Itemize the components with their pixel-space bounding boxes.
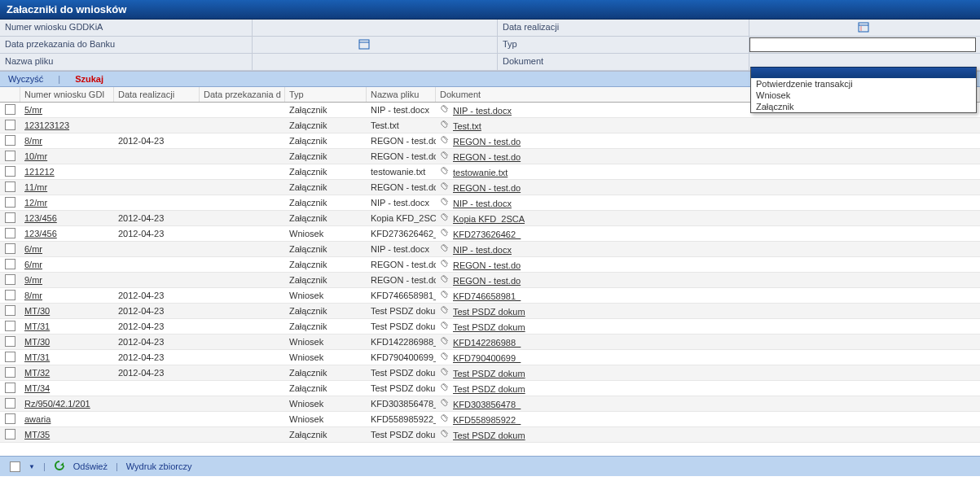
row-checkbox[interactable] <box>0 226 20 242</box>
row-doc[interactable]: REGON - test.do <box>436 133 980 148</box>
row-checkbox[interactable] <box>0 273 20 288</box>
row-checkbox[interactable] <box>0 396 20 412</box>
row-num[interactable]: 123/456 <box>20 227 114 240</box>
row-doc[interactable]: Test.txt <box>436 118 980 133</box>
refresh-button[interactable]: Odśwież <box>73 461 108 471</box>
row-num[interactable]: 123/456 <box>20 212 114 225</box>
row-doc[interactable]: KFD142286988_ <box>436 335 980 349</box>
row-checkbox[interactable] <box>0 133 20 149</box>
row-checkbox[interactable] <box>0 335 20 350</box>
row-doc[interactable]: KFD303856478_ <box>436 396 980 411</box>
row-doc[interactable]: KFD790400699_ <box>436 350 980 365</box>
table-row[interactable]: MT/302012-04-23ZałącznikTest PSDZ dokume… <box>0 304 980 319</box>
row-checkbox[interactable] <box>0 350 20 365</box>
calendar-icon[interactable] <box>358 38 370 52</box>
row-num[interactable]: MT/31 <box>20 351 114 364</box>
row-num[interactable]: 10/mr <box>20 150 114 163</box>
row-num[interactable]: awaria <box>20 413 114 426</box>
typ-dropdown[interactable]: Potwierdzenie transakcji Wniosek Załączn… <box>750 67 977 113</box>
row-doc[interactable]: Test PSDZ dokum <box>436 365 980 380</box>
row-num[interactable]: Rz/950/42.1/201 <box>20 397 114 410</box>
typ-option-zalacznik[interactable]: Załącznik <box>751 101 976 112</box>
row-num[interactable]: 12/mr <box>20 196 114 209</box>
row-checkbox[interactable] <box>0 195 20 211</box>
table-row[interactable]: 6/mrZałącznikNIP - test.docxNIP - test.d… <box>0 242 980 257</box>
menu-dropdown-icon[interactable]: ▼ <box>29 463 35 470</box>
row-num[interactable]: 8/mr <box>20 134 114 147</box>
row-checkbox[interactable] <box>0 164 20 180</box>
row-num[interactable]: MT/31 <box>20 320 114 333</box>
row-doc[interactable]: Test PSDZ dokum <box>436 427 980 442</box>
row-checkbox[interactable] <box>0 443 20 445</box>
col-num[interactable]: Numer wniosku GDI <box>20 87 114 102</box>
col-date2[interactable]: Data przekazania d <box>200 87 285 102</box>
table-row[interactable]: 123/4562012-04-23ZałącznikKopia KFD_2SCA… <box>0 211 980 226</box>
row-checkbox[interactable] <box>0 180 20 195</box>
filter-filename-field[interactable] <box>253 54 497 70</box>
filter-bankdate-field[interactable] <box>253 37 497 53</box>
calendar-icon[interactable] <box>858 21 869 35</box>
row-doc[interactable]: NIP - test.docx <box>436 242 980 256</box>
row-doc[interactable]: testowanie.txt <box>436 164 980 179</box>
table-row[interactable]: 8/mr2012-04-23ZałącznikREGON - test.docx… <box>0 133 980 149</box>
row-checkbox[interactable] <box>0 211 20 226</box>
typ-dropdown-selected-blank[interactable] <box>751 68 976 78</box>
row-doc[interactable]: REGON - test.do <box>436 180 980 195</box>
row-doc[interactable]: Kopia KFD_2SCA <box>436 211 980 225</box>
row-checkbox[interactable] <box>0 365 20 381</box>
table-row[interactable]: MT/322012-04-23WniosekKFD228027668_WniKF… <box>0 443 980 444</box>
row-num[interactable]: MT/34 <box>20 382 114 395</box>
filter-typ-field[interactable] <box>749 37 980 53</box>
row-num[interactable]: 123123123 <box>20 119 114 132</box>
row-checkbox[interactable] <box>0 257 20 273</box>
table-row[interactable]: MT/302012-04-23WniosekKFD142286988_WniKF… <box>0 335 980 350</box>
table-row[interactable]: 12/mrZałącznikNIP - test.docxNIP - test.… <box>0 195 980 211</box>
row-num[interactable]: 11/mr <box>20 181 114 194</box>
table-row[interactable]: MT/34ZałącznikTest PSDZ dokumentTest PSD… <box>0 381 980 396</box>
row-checkbox[interactable] <box>0 427 20 443</box>
row-num[interactable]: 8/mr <box>20 289 114 302</box>
row-checkbox[interactable] <box>0 149 20 164</box>
row-checkbox[interactable] <box>0 288 20 304</box>
row-num[interactable]: 5/mr <box>20 103 114 116</box>
row-doc[interactable]: KFD228027668_ <box>436 443 980 444</box>
row-num[interactable]: MT/35 <box>20 428 114 441</box>
row-doc[interactable]: Test PSDZ dokum <box>436 304 980 318</box>
col-typ[interactable]: Typ <box>285 87 367 102</box>
row-num[interactable]: MT/30 <box>20 304 114 317</box>
table-row[interactable]: awariaWniosekKFD558985922_WniKFD55898592… <box>0 412 980 427</box>
row-checkbox[interactable] <box>0 103 20 118</box>
table-row[interactable]: MT/322012-04-23ZałącznikTest PSDZ dokume… <box>0 365 980 381</box>
row-doc[interactable]: KFD273626462_ <box>436 226 980 241</box>
table-row[interactable]: 6/mrZałącznikREGON - test.docxREGON - te… <box>0 257 980 273</box>
filter-date-field[interactable] <box>749 20 980 36</box>
search-button[interactable]: Szukaj <box>75 74 103 84</box>
row-doc[interactable]: NIP - test.docx <box>436 195 980 210</box>
typ-option-wniosek[interactable]: Wniosek <box>751 90 976 101</box>
table-row[interactable]: 123/4562012-04-23WniosekKFD273626462_Wni… <box>0 226 980 242</box>
row-doc[interactable]: REGON - test.do <box>436 273 980 287</box>
row-checkbox[interactable] <box>0 304 20 319</box>
row-doc[interactable]: REGON - test.do <box>436 149 980 164</box>
row-checkbox[interactable] <box>0 381 20 396</box>
col-date1[interactable]: Data realizacji <box>114 87 200 102</box>
row-checkbox[interactable] <box>0 118 20 133</box>
table-row[interactable]: MT/35ZałącznikTest PSDZ dokumentTest PSD… <box>0 427 980 443</box>
row-doc[interactable]: REGON - test.do <box>436 257 980 272</box>
row-num[interactable]: MT/32 <box>20 444 114 444</box>
row-doc[interactable]: Test PSDZ dokum <box>436 381 980 396</box>
table-row[interactable]: 8/mr2012-04-23WniosekKFD746658981_WniKFD… <box>0 288 980 304</box>
table-row[interactable]: 9/mrZałącznikREGON - test.docxREGON - te… <box>0 273 980 288</box>
row-checkbox[interactable] <box>0 319 20 335</box>
row-num[interactable]: 9/mr <box>20 273 114 286</box>
table-row[interactable]: MT/312012-04-23WniosekKFD790400699_WniKF… <box>0 350 980 365</box>
clear-button[interactable]: Wyczyść <box>8 74 43 84</box>
row-checkbox[interactable] <box>0 242 20 257</box>
table-row[interactable]: 123123123ZałącznikTest.txtTest.txt <box>0 118 980 133</box>
select-all-checkbox[interactable] <box>10 461 20 472</box>
table-row[interactable]: 11/mrZałącznikREGON - test.docxREGON - t… <box>0 180 980 195</box>
table-row[interactable]: MT/312012-04-23ZałącznikTest PSDZ dokume… <box>0 319 980 335</box>
row-num[interactable]: MT/30 <box>20 335 114 348</box>
table-row[interactable]: 121212Załączniktestowanie.txttestowanie.… <box>0 164 980 180</box>
row-num[interactable]: 6/mr <box>20 258 114 271</box>
